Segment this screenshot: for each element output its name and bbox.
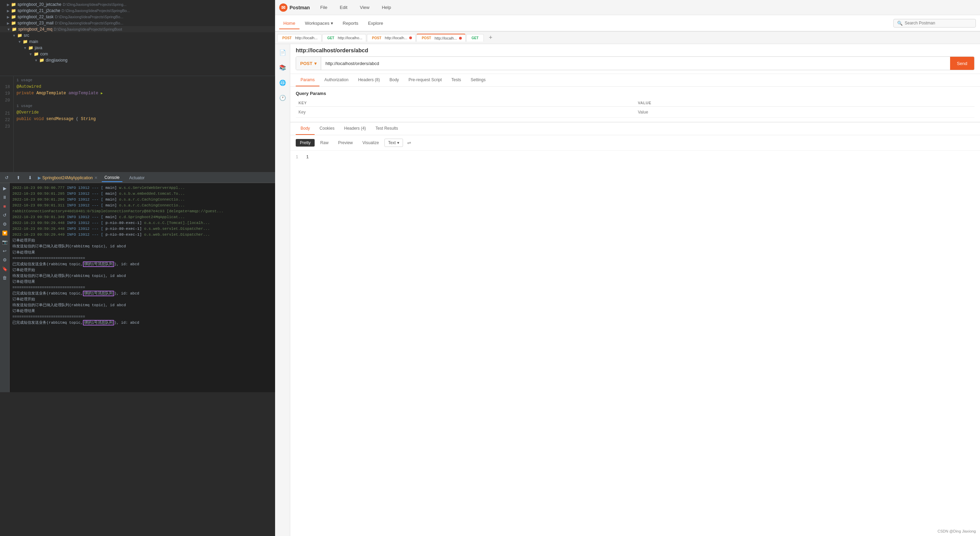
code-class: AmqpTemplate (37, 91, 66, 96)
req-tab-prerequest[interactable]: Pre-request Script (404, 74, 447, 86)
format-visualize[interactable]: Visualize (358, 139, 383, 147)
tab-url: http://localh... (295, 36, 317, 40)
run-tool-play[interactable]: ▶ (1, 184, 9, 192)
pm-navbar: Home Workspaces ▾ Reports Explore 🔍 (275, 15, 980, 32)
run-tool-gear2[interactable]: ⚙ (1, 256, 9, 263)
postman-panel: ✉ Postman File Edit View Help Home Works… (275, 0, 980, 536)
format-preview[interactable]: Preview (334, 139, 357, 147)
run-app-name: ▶ Springboot24MqApplication ✕ (38, 175, 98, 180)
run-tool-stop[interactable]: ■ (1, 202, 9, 210)
new-tab-btn[interactable]: + (486, 33, 495, 43)
console-output[interactable]: 2022-10-23 09:59:00.777 INFO 13912 --- [… (10, 183, 275, 392)
pm-tab-3[interactable]: POST http://localh... (417, 34, 466, 41)
pm-menu-file[interactable]: File (318, 3, 329, 11)
param-key-input[interactable] (299, 110, 632, 115)
pm-search-box[interactable]: 🔍 (893, 19, 976, 27)
pm-history-btn[interactable]: 🕐 (277, 92, 288, 103)
pm-send-button[interactable]: Send (950, 57, 974, 70)
log-line-chinese: 待发送短信的订单已纳入处理队列(rabbitmq topic), id abcd (13, 244, 272, 249)
resp-tab-headers[interactable]: Headers (4) (339, 123, 371, 135)
pm-tab-4[interactable]: GET (466, 34, 484, 41)
format-type-select[interactable]: Text ▾ (385, 139, 403, 147)
req-tab-headers[interactable]: Headers (8) (353, 74, 385, 86)
tree-item-springboot22[interactable]: ▶ 📁 springboot_22_task D:\DingJiaxiong\I… (0, 14, 275, 20)
log-line-chinese: 待发送短信的订单已纳入处理队列(rabbitmq topic), id abcd (13, 302, 272, 308)
tree-item-name: springboot_23_mail (18, 21, 54, 26)
tree-arrow: ▼ (23, 46, 27, 50)
resp-tab-cookies[interactable]: Cookies (315, 123, 339, 135)
code-content[interactable]: 1 usage @Autowired private AmqpTemplate … (14, 76, 275, 172)
code-variable: amqpTemplate (68, 91, 98, 96)
tree-folder-icon: 📁 (23, 39, 28, 44)
log-line-chinese: 订单处理开始 (13, 297, 272, 302)
run-scroll-down-btn[interactable]: ⬇ (26, 174, 34, 182)
tab-console[interactable]: Console (102, 174, 123, 182)
tree-folder-icon: 📁 (34, 52, 39, 56)
param-value-input[interactable] (638, 110, 972, 115)
pm-logo-icon: ✉ (279, 3, 288, 12)
tree-item-main[interactable]: ▼ 📁 main (0, 38, 275, 45)
code-text: ( (76, 116, 78, 121)
pm-tab-0[interactable]: POST http://localh... (277, 34, 321, 41)
pm-tab-2[interactable]: POST http://localh... (367, 34, 416, 41)
log-line: 2022-10-23 09:59:00.777 INFO 13912 --- [… (13, 185, 272, 191)
req-tab-tests[interactable]: Tests (447, 74, 466, 86)
tree-item-springboot20[interactable]: ▶ 📁 springboot_20_jetcache D:\DingJiaxio… (0, 2, 275, 8)
run-tool-pause[interactable]: ⏸ (1, 193, 9, 201)
tree-item-springboot21[interactable]: ▶ 📁 springboot_21_j2cache D:\DingJiaxion… (0, 8, 275, 14)
pm-resp-body[interactable]: 1 1 (290, 151, 980, 536)
pm-url-input[interactable] (321, 61, 950, 66)
req-tab-settings[interactable]: Settings (466, 74, 490, 86)
req-tab-body[interactable]: Body (385, 74, 404, 86)
pm-nav-reports[interactable]: Reports (339, 18, 363, 29)
format-raw[interactable]: Raw (316, 139, 332, 147)
pm-nav-workspaces[interactable]: Workspaces ▾ (301, 18, 337, 29)
pm-new-btn[interactable]: 📄 (277, 47, 288, 58)
log-line-chinese: 订单处理结果 (13, 279, 272, 285)
tree-folder-icon: 📁 (39, 58, 45, 62)
run-close-btn[interactable]: ✕ (94, 175, 98, 180)
tree-item-java[interactable]: ▼ 📁 java (0, 45, 275, 51)
pm-url-title: http://localhost/orders/abcd (296, 48, 975, 54)
run-tool-wrap[interactable]: ↩ (1, 247, 9, 255)
search-icon: 🔍 (897, 21, 903, 26)
pm-response: Body Cookies Headers (4) Test Results Pr… (290, 122, 980, 536)
req-tab-params[interactable]: Params (296, 74, 320, 86)
tree-item-springboot24[interactable]: ▼ 📁 springboot_24_mq D:\DingJiaxiong\Ide… (0, 26, 275, 32)
run-tool-camera[interactable]: 📷 (1, 238, 9, 246)
log-line-chinese: 已完成短信发送业务(rabbitmq topic,绑的1号消息队列), id: … (13, 262, 272, 267)
pm-method-select[interactable]: POST ▾ (296, 57, 321, 70)
run-scroll-btn[interactable]: ⬆ (14, 174, 22, 182)
run-tool-filter[interactable]: 🔽 (1, 229, 9, 237)
tab-actuator[interactable]: Actuator (127, 174, 148, 182)
run-tool-rerun[interactable]: ↺ (1, 211, 9, 219)
run-tool-trash[interactable]: 🗑 (1, 274, 9, 281)
tree-item-springboot23[interactable]: ▶ 📁 springboot_23_mail D:\DingJiaxiong\I… (0, 20, 275, 26)
pm-menu-edit[interactable]: Edit (338, 3, 349, 11)
resp-tab-body[interactable]: Body (296, 123, 315, 135)
req-tab-auth[interactable]: Authorization (320, 74, 353, 86)
tree-item-com[interactable]: ▼ 📁 com (0, 51, 275, 57)
pm-nav-explore[interactable]: Explore (364, 18, 387, 29)
pm-env-btn[interactable]: 🌐 (277, 77, 288, 88)
resp-tab-testresults[interactable]: Test Results (371, 123, 402, 135)
run-tool-settings[interactable]: ⚙ (1, 220, 9, 228)
pm-menu-view[interactable]: View (358, 3, 371, 11)
tree-item-src[interactable]: ▼ 📁 src (0, 32, 275, 38)
run-restart-btn[interactable]: ↺ (3, 174, 10, 182)
tree-arrow: ▼ (29, 52, 32, 56)
code-method: sendMessage (46, 116, 73, 121)
line-num (0, 77, 12, 84)
pm-nav-home[interactable]: Home (279, 18, 299, 29)
code-icon: ▶ (101, 91, 103, 95)
format-wrap-btn[interactable]: ⇌ (404, 138, 414, 148)
pm-menu-help[interactable]: Help (380, 3, 393, 11)
format-pretty[interactable]: Pretty (296, 139, 315, 147)
tree-item-name: springboot_24_mq (18, 27, 52, 32)
search-input[interactable] (905, 21, 972, 26)
pm-tab-1[interactable]: GET http://localho... (322, 34, 366, 41)
run-tool-bookmark[interactable]: 🔖 (1, 265, 9, 273)
tree-item-dingjiaxiong[interactable]: ▼ 📁 dingjiaxiong (0, 57, 275, 63)
pm-collections-btn[interactable]: 📚 (277, 62, 288, 73)
code-keyword: private (16, 91, 34, 96)
